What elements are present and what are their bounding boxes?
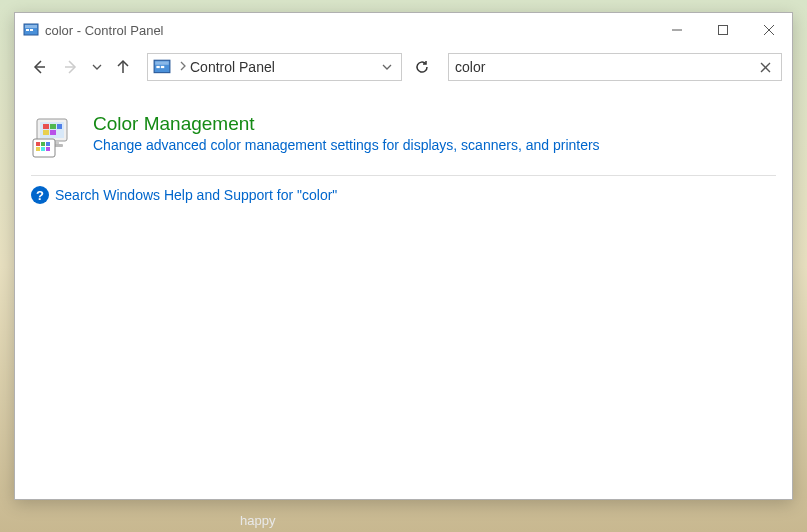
window-title: color - Control Panel [45, 23, 654, 38]
recent-locations-dropdown[interactable] [89, 53, 105, 81]
result-title[interactable]: Color Management [93, 113, 600, 135]
forward-button[interactable] [57, 53, 85, 81]
search-result: Color Management Change advanced color m… [31, 105, 776, 175]
titlebar: color - Control Panel [15, 13, 792, 47]
svg-rect-12 [155, 61, 169, 64]
refresh-button[interactable] [408, 53, 436, 81]
svg-rect-2 [26, 29, 29, 31]
content-area: Color Management Change advanced color m… [15, 87, 792, 499]
control-panel-icon [152, 57, 172, 77]
svg-rect-28 [41, 142, 45, 146]
close-button[interactable] [746, 13, 792, 47]
minimize-button[interactable] [654, 13, 700, 47]
control-panel-icon [23, 22, 39, 38]
svg-rect-21 [57, 124, 62, 129]
back-button[interactable] [25, 53, 53, 81]
navigation-toolbar: Control Panel [15, 47, 792, 87]
address-dropdown[interactable] [377, 54, 397, 80]
svg-rect-23 [50, 130, 56, 135]
svg-rect-1 [25, 25, 37, 28]
svg-rect-30 [36, 147, 40, 151]
result-text: Color Management Change advanced color m… [93, 113, 600, 153]
address-bar[interactable]: Control Panel [147, 53, 402, 81]
help-icon: ? [31, 186, 49, 204]
search-bar [448, 53, 782, 81]
divider [31, 175, 776, 176]
svg-rect-13 [156, 66, 159, 68]
svg-rect-31 [41, 147, 45, 151]
window-controls [654, 13, 792, 47]
clear-search-button[interactable] [755, 62, 775, 73]
search-input[interactable] [455, 59, 755, 75]
svg-rect-14 [161, 66, 164, 68]
breadcrumb-location[interactable]: Control Panel [190, 59, 275, 75]
maximize-button[interactable] [700, 13, 746, 47]
control-panel-window: color - Control Panel [14, 12, 793, 500]
help-search-link[interactable]: Search Windows Help and Support for "col… [55, 187, 337, 203]
svg-rect-5 [719, 26, 728, 35]
result-description-link[interactable]: Change advanced color management setting… [93, 137, 600, 153]
up-button[interactable] [109, 53, 137, 81]
svg-rect-29 [46, 142, 50, 146]
stray-text: happy [240, 513, 275, 528]
svg-rect-27 [36, 142, 40, 146]
svg-rect-19 [43, 124, 49, 129]
svg-rect-3 [30, 29, 33, 31]
color-management-icon [31, 115, 81, 159]
svg-rect-32 [46, 147, 50, 151]
help-row: ? Search Windows Help and Support for "c… [31, 186, 776, 204]
chevron-right-icon[interactable] [180, 61, 186, 73]
svg-rect-22 [43, 130, 49, 135]
svg-rect-20 [50, 124, 56, 129]
